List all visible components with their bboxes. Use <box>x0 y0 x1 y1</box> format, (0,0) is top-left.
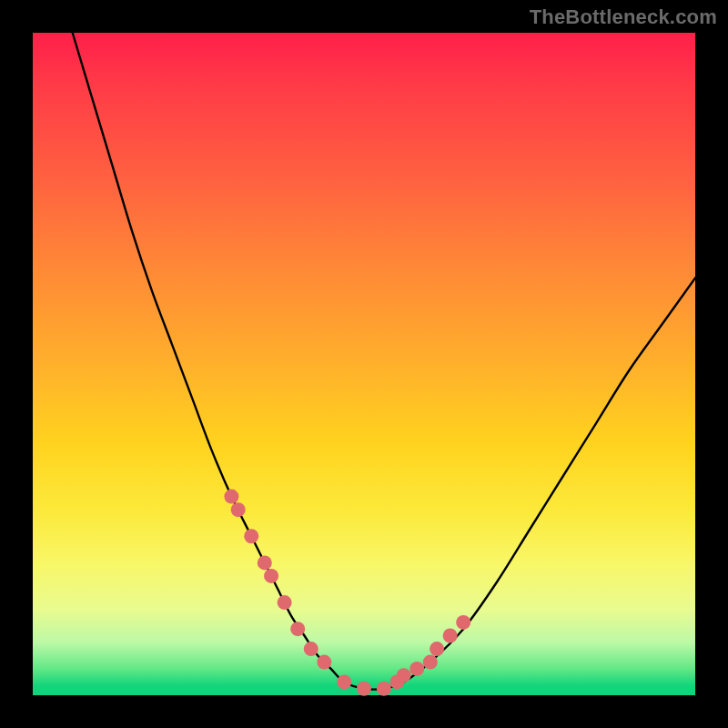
sample-point <box>258 555 272 570</box>
sample-point <box>337 674 351 689</box>
sample-points <box>224 490 470 696</box>
sample-point <box>443 628 458 642</box>
sample-point <box>423 655 438 670</box>
sample-point <box>278 595 292 610</box>
sample-point <box>224 490 238 504</box>
sample-point <box>357 682 371 696</box>
watermark-text: TheBottleneck.com <box>530 5 717 29</box>
sample-point <box>377 682 391 696</box>
chart-frame: TheBottleneck.com <box>0 0 728 728</box>
sample-point <box>317 655 331 670</box>
chart-svg <box>33 33 695 695</box>
sample-point <box>244 529 258 543</box>
sample-point <box>456 615 470 630</box>
sample-point <box>264 569 278 583</box>
sample-point <box>410 662 424 676</box>
sample-point <box>430 642 444 656</box>
sample-point <box>397 668 411 682</box>
bottleneck-curve <box>73 33 695 690</box>
sample-point <box>290 622 305 636</box>
plot-area <box>33 33 695 695</box>
sample-point <box>304 642 318 656</box>
sample-point <box>231 502 246 517</box>
